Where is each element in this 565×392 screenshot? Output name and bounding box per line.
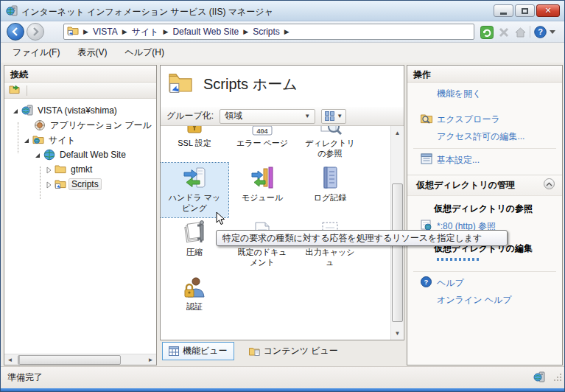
expander-expanded-icon[interactable] — [34, 151, 41, 158]
explorer-icon — [421, 113, 432, 125]
minimize-icon — [500, 13, 507, 15]
chevron-down-icon: ▼ — [304, 113, 310, 119]
vdir-management-section: 仮想ディレクトリの管理 — [407, 175, 562, 196]
tab-content-view[interactable]: コンテンツ ビュー — [243, 343, 344, 360]
scroll-down-icon[interactable]: ▼ — [392, 327, 403, 339]
content-view-icon — [249, 346, 260, 356]
save-connection-icon[interactable] — [9, 84, 21, 97]
feature-authentication[interactable]: 認証 — [161, 272, 228, 316]
feature-label: ハンドラ マッピング — [167, 192, 222, 213]
feature-ssl-settings[interactable]: SSL 設定 — [161, 126, 228, 163]
tree-item-app-pools[interactable]: アプリケーション プール — [4, 118, 156, 133]
tab-features-view[interactable]: 機能ビュー — [162, 342, 234, 360]
scrollbar-thumb[interactable] — [18, 355, 121, 365]
separator — [413, 271, 556, 272]
features-view-icon — [169, 346, 179, 356]
feature-label: ディレクトリの参照 — [303, 138, 357, 158]
chevron-up-icon — [546, 182, 552, 186]
tree-item-default-web-site[interactable]: Default Web Site — [4, 147, 156, 162]
scrollbar-thumb[interactable] — [392, 183, 403, 322]
breadcrumb-item-scripts[interactable]: Scripts — [253, 27, 280, 37]
globe-icon — [43, 149, 55, 161]
tree-label-app-pools[interactable]: アプリケーション プール — [48, 119, 154, 132]
titlebar[interactable]: インターネット インフォメーション サービス (IIS) マネージャ ✕ — [1, 1, 564, 21]
close-button[interactable]: ✕ — [536, 4, 560, 17]
breadcrumb-separator-icon[interactable]: ▶ — [240, 28, 251, 35]
tree-item-gtmkt[interactable]: gtmkt — [4, 162, 156, 177]
open-feature-link[interactable]: 機能を開く — [407, 85, 562, 102]
tree-connector — [18, 122, 18, 153]
compression-icon — [182, 220, 207, 245]
resize-grip[interactable] — [552, 371, 562, 385]
help-button[interactable]: ? — [533, 25, 547, 39]
vdir-section-label: 仮想ディレクトリの管理 — [416, 180, 515, 190]
group-bar: グループ化: 領域 ▼ ▼ — [161, 107, 404, 126]
menu-file[interactable]: ファイル(F) — [4, 43, 69, 62]
expander-expanded-icon[interactable] — [23, 136, 30, 144]
breadcrumb[interactable]: ▶ VISTA ▶ サイト ▶ Default Web Site ▶ Scrip… — [63, 24, 474, 40]
group-by-dropdown[interactable]: 領域 ▼ — [220, 109, 315, 124]
chevron-down-icon: ▼ — [337, 113, 343, 119]
handler-mappings-tooltip: 特定の要求の種類に対する応答を処理するリソースを指定します — [216, 230, 508, 246]
breadcrumb-separator-icon[interactable]: ▶ — [281, 28, 292, 35]
tree-label-server[interactable]: VISTA (vista¥shima) — [35, 105, 119, 116]
online-help-link[interactable]: オンライン ヘルプ — [407, 292, 562, 309]
tree-item-sites[interactable]: サイト — [4, 133, 156, 147]
feature-error-pages[interactable]: 404 エラー ページ — [228, 126, 296, 163]
connections-panel: 接続 VISTA (vista¥shima) アプリケーション プール サイト — [4, 65, 157, 365]
expander-expanded-icon[interactable] — [12, 107, 19, 114]
feature-handler-mappings[interactable]: ハンドラ マッピング — [161, 163, 228, 217]
menu-view[interactable]: 表示(V) — [69, 43, 116, 62]
forward-button[interactable] — [27, 23, 44, 41]
breadcrumb-separator-icon[interactable]: ▶ — [160, 28, 171, 35]
tree-label-default-web-site[interactable]: Default Web Site — [57, 150, 128, 160]
view-grid-icon — [325, 111, 334, 121]
scroll-right-icon[interactable]: ► — [145, 355, 156, 365]
refresh-button[interactable] — [480, 25, 494, 39]
menu-bar: ファイル(F) 表示(V) ヘルプ(H) — [1, 43, 564, 63]
expander-collapsed-icon[interactable] — [45, 181, 52, 188]
explorer-link[interactable]: エクスプローラ — [407, 111, 562, 128]
breadcrumb-item-sites[interactable]: サイト — [132, 26, 159, 38]
tree-item-scripts[interactable]: Scripts — [4, 177, 156, 192]
help-label: ヘルプ — [437, 278, 464, 288]
connections-header: 接続 — [4, 66, 156, 83]
view-tabs: 機能ビュー コンテンツ ビュー — [162, 342, 344, 360]
breadcrumb-item-server[interactable]: VISTA — [93, 27, 118, 37]
maximize-button[interactable] — [515, 4, 535, 17]
stop-button-disabled[interactable] — [496, 25, 510, 39]
iis-manager-window: インターネット インフォメーション サービス (IIS) マネージャ ✕ ▶ V… — [0, 0, 565, 392]
feature-directory-browsing[interactable]: ディレクトリの参照 — [296, 126, 364, 163]
toolbar-separator — [530, 26, 530, 38]
home-button-disabled[interactable] — [513, 25, 527, 39]
help-link[interactable]: ? ヘルプ — [407, 275, 562, 292]
breadcrumb-separator-icon[interactable]: ▶ — [80, 28, 91, 35]
tree-label-sites[interactable]: サイト — [46, 134, 78, 147]
view-selector-button[interactable]: ▼ — [321, 109, 346, 124]
tree-item-server[interactable]: VISTA (vista¥shima) — [4, 103, 156, 118]
breadcrumb-separator-icon[interactable]: ▶ — [119, 28, 130, 35]
breadcrumb-item-default-web-site[interactable]: Default Web Site — [172, 27, 239, 37]
feature-label: モジュール — [242, 192, 283, 203]
help-dropdown-caret-icon[interactable] — [548, 25, 557, 39]
svg-text:?: ? — [424, 278, 429, 286]
tree-label-scripts[interactable]: Scripts — [69, 178, 102, 190]
feature-label: エラー ページ — [236, 138, 288, 148]
back-button[interactable] — [7, 23, 24, 41]
basic-settings-link[interactable]: 基本設定... — [407, 152, 562, 169]
feature-logging[interactable]: ログ記録 — [296, 163, 364, 217]
edit-permissions-link[interactable]: アクセス許可の編集... — [407, 128, 562, 145]
minimize-button[interactable] — [494, 4, 513, 17]
feature-modules[interactable]: モジュール — [228, 163, 296, 217]
menu-help[interactable]: ヘルプ(H) — [116, 43, 173, 62]
scroll-left-icon[interactable]: ◄ — [4, 355, 15, 365]
clipped-link-under-tooltip[interactable] — [437, 258, 480, 261]
basic-settings-label: 基本設定... — [437, 155, 480, 165]
tree-horizontal-scrollbar[interactable]: ◄ ► — [4, 354, 156, 365]
scripts-folder-icon — [168, 71, 193, 97]
folder-shortcut-icon — [55, 178, 66, 190]
expander-collapsed-icon[interactable] — [45, 166, 52, 173]
scroll-up-icon[interactable]: ▲ — [392, 127, 403, 139]
tree-label-gtmkt[interactable]: gtmkt — [69, 164, 94, 175]
collapse-section-button[interactable] — [544, 178, 555, 189]
